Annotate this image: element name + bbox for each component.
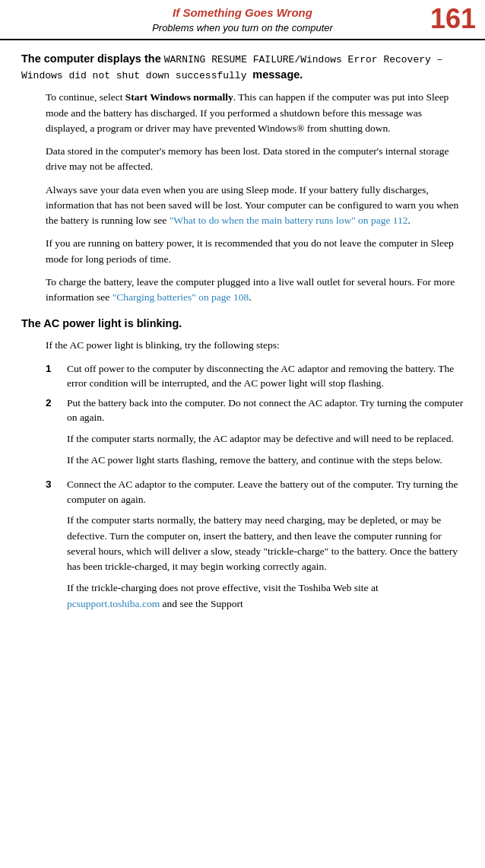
- section1-para4: If you are running on battery power, it …: [46, 236, 464, 267]
- list-item-1-num: 1: [46, 361, 67, 377]
- list-item-1-content: Cut off power to the computer by disconn…: [67, 361, 464, 391]
- list-item-2-main: Put the battery back into the computer. …: [67, 396, 464, 425]
- section2-intro: If the AC power light is blinking, try t…: [46, 338, 464, 353]
- toshiba-support-link[interactable]: pcsupport.toshiba.com: [67, 598, 160, 609]
- header-title: If Something Goes Wrong: [8, 5, 477, 21]
- list-item-2-sub2: If the AC power light starts flashing, r…: [67, 453, 464, 468]
- page-container: If Something Goes Wrong Problems when yo…: [0, 0, 485, 868]
- list-item-2: 2 Put the battery back into the computer…: [46, 396, 464, 473]
- page-number: 161: [430, 5, 476, 33]
- list-item-1-main: Cut off power to the computer by disconn…: [67, 361, 464, 391]
- list-item-3-sub1: If the computer starts normally, the bat…: [67, 513, 464, 574]
- section1-para1: To continue, select Start Windows normal…: [46, 90, 464, 136]
- battery-runs-low-link[interactable]: "What to do when the main battery runs l…: [170, 215, 408, 226]
- section1-heading: The computer displays the WARNING RESUME…: [21, 51, 464, 84]
- list-item-1: 1 Cut off power to the computer by disco…: [46, 361, 464, 391]
- list-item-2-num: 2: [46, 396, 67, 411]
- section1-para2: Data stored in the computer's memory has…: [46, 144, 464, 175]
- start-windows-bold: Start Windows normally: [125, 91, 233, 103]
- list-item-3-sub2: If the trickle-charging does not prove e…: [67, 580, 464, 612]
- section1-body: To continue, select Start Windows normal…: [21, 90, 464, 305]
- section2-heading: The AC power light is blinking.: [21, 316, 464, 332]
- list-item-2-sub1: If the computer starts normally, the AC …: [67, 431, 464, 447]
- numbered-list: 1 Cut off power to the computer by disco…: [46, 361, 464, 616]
- header-subtitle: Problems when you turn on the computer: [8, 21, 477, 36]
- list-item-3-num: 3: [46, 477, 67, 492]
- list-item-3-content: Connect the AC adaptor to the computer. …: [67, 477, 464, 616]
- section1-para3: Always save your data even when you are …: [46, 183, 464, 229]
- section1-para5: To charge the battery, leave the compute…: [46, 275, 464, 306]
- section1-heading-bold: The computer displays the: [21, 52, 161, 65]
- list-item-3: 3 Connect the AC adaptor to the computer…: [46, 477, 464, 616]
- charging-batteries-link[interactable]: "Charging batteries" on page 108: [113, 291, 249, 303]
- section2-body: If the AC power light is blinking, try t…: [21, 338, 464, 616]
- list-item-2-content: Put the battery back into the computer. …: [67, 396, 464, 473]
- list-item-3-main: Connect the AC adaptor to the computer. …: [67, 477, 464, 507]
- section2-heading-text: The AC power light is blinking.: [21, 317, 182, 329]
- page-header: If Something Goes Wrong Problems when yo…: [0, 0, 485, 40]
- section1-heading-end: message.: [252, 68, 303, 81]
- page-content: The computer displays the WARNING RESUME…: [0, 40, 485, 631]
